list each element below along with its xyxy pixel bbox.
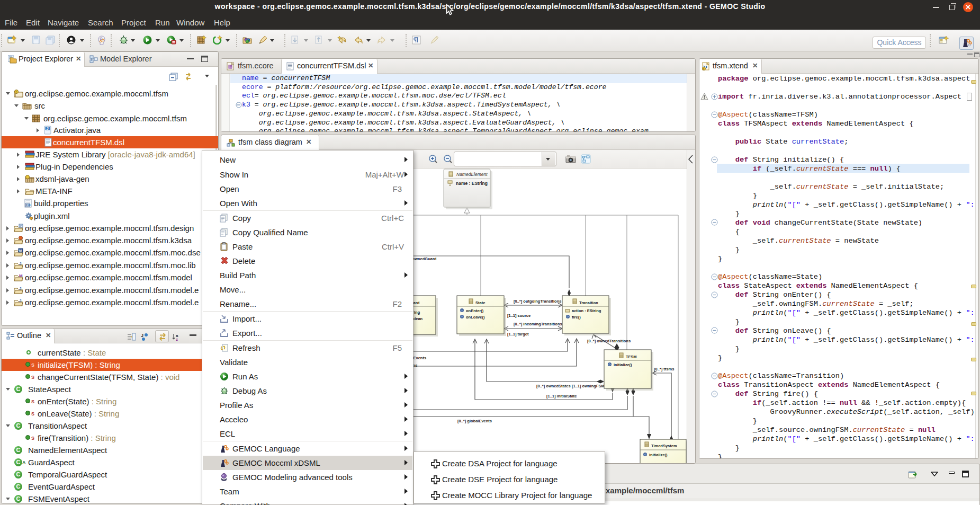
svg-text:[1..1] target: [1..1] target xyxy=(507,332,529,336)
svg-text:010: 010 xyxy=(26,203,31,207)
svg-text:NamedElement: NamedElement xyxy=(456,172,488,177)
svg-text:[0..*] incomingTransitions: [0..*] incomingTransitions xyxy=(514,322,562,326)
svg-text:J: J xyxy=(141,333,143,338)
svg-text:M: M xyxy=(19,249,22,252)
svg-text:name : EString: name : EString xyxy=(456,181,488,186)
svg-text:[0..*] ownedTransitions: [0..*] ownedTransitions xyxy=(587,339,631,343)
svg-text:TFSM: TFSM xyxy=(626,355,636,359)
svg-text:J: J xyxy=(19,286,21,291)
svg-text:TimedSystem: TimedSystem xyxy=(651,444,677,448)
svg-text:!: ! xyxy=(15,90,16,94)
svg-text:M: M xyxy=(19,273,23,278)
svg-text:Transition: Transition xyxy=(579,300,598,305)
svg-text:J: J xyxy=(47,126,49,131)
svg-text:onEnter(): onEnter() xyxy=(466,308,484,313)
svg-text:[1..1] source: [1..1] source xyxy=(507,313,531,318)
svg-text:J: J xyxy=(19,298,21,303)
svg-text:[1..1] initialState: [1..1] initialState xyxy=(546,394,577,398)
svg-text:!: ! xyxy=(703,67,704,70)
svg-text:onLeave(): onLeave() xyxy=(466,315,485,320)
svg-text:[1..1] owningFSM: [1..1] owningFSM xyxy=(572,384,605,388)
svg-text:[0..*] ownedStates: [0..*] ownedStates xyxy=(536,384,571,388)
svg-text:z: z xyxy=(176,337,178,341)
svg-text:State: State xyxy=(475,300,485,305)
svg-text:initialize(): initialize() xyxy=(614,362,632,367)
svg-text:fire(): fire() xyxy=(572,315,581,320)
svg-text:initialize(): initialize() xyxy=(649,453,668,457)
svg-text:[0..*] tfsms: [0..*] tfsms xyxy=(654,367,674,371)
svg-text:[0..*] globalEvents: [0..*] globalEvents xyxy=(457,419,492,423)
svg-text:action : EString: action : EString xyxy=(572,308,601,313)
svg-text:J: J xyxy=(19,261,21,266)
svg-text:[0..*] outgoingTransitions: [0..*] outgoingTransitions xyxy=(514,299,561,304)
